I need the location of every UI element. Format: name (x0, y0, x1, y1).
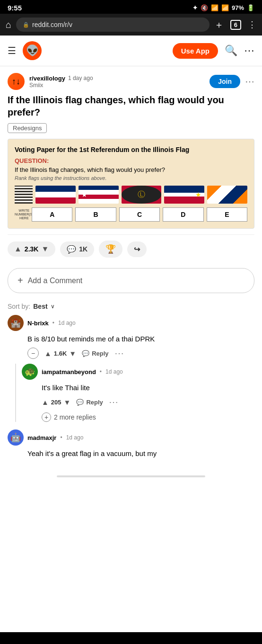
flags-row: Ⓛ (15, 186, 247, 204)
upvote-button[interactable]: ▲ (14, 245, 22, 253)
new-tab-icon[interactable]: ＋ (214, 18, 224, 31)
reddit-snoo-icon: 👽 (26, 45, 39, 57)
avatar-madmaxjr-icon: 🤖 (10, 432, 21, 443)
reply-button-iampatman[interactable]: 💬 Reply (76, 399, 103, 406)
post-actions: ▲ 2.3K ▼ 💬 1K 🏆 ↪ (8, 234, 254, 263)
comment-body-nbrixk: B is 8/10 but reminds me of a thai DPRK (8, 334, 254, 344)
more-replies-button[interactable]: + 2 more replies (22, 412, 254, 422)
browser-bar: ⌂ 🔒 reddit.com/r/v ＋ 6 ⋮ (0, 14, 262, 36)
comments-section: 🏰 N-brixk • 1d ago B is 8/10 but reminds… (0, 315, 262, 458)
share-button[interactable]: ↪ (127, 242, 147, 257)
post-title: If the Illinois flag changes, which flag… (8, 94, 254, 118)
flag-a (35, 186, 76, 204)
add-comment-bar[interactable]: + Add a Comment (8, 268, 254, 293)
avatar-nbrixk-icon: 🏰 (10, 318, 21, 328)
reply-icon-iampatman: 💬 (76, 399, 84, 406)
comment-nbrixk: 🏰 N-brixk • 1d ago B is 8/10 but reminds… (8, 315, 254, 422)
reply-button-nbrixk[interactable]: 💬 Reply (82, 350, 108, 357)
write-here-label: WRITE NUMBER(S) HERE ➤ (15, 209, 29, 220)
comment-madmaxjr: 🤖 madmaxjr • 1d ago Yeah it's a great fl… (8, 429, 254, 458)
letter-box-e: E (207, 207, 247, 222)
vote-group: ▲ 2.3K ▼ (8, 242, 55, 257)
more-replies-plus-icon: + (42, 412, 51, 422)
sort-bar: Sort by: Best ∨ (0, 298, 262, 315)
comment-upvote-nbrixk[interactable]: ▲ (44, 349, 52, 358)
reply-icon-nbrixk: 💬 (82, 350, 89, 357)
letter-box-b: B (75, 207, 116, 222)
sort-label: Sort by: (8, 303, 30, 310)
reddit-header-left: ☰ 👽 (8, 41, 42, 60)
sort-chevron-icon[interactable]: ∨ (51, 303, 55, 310)
collapse-button-nbrixk[interactable]: − (27, 348, 39, 359)
subreddit-name[interactable]: r/vexillology (29, 75, 65, 82)
browser-actions: ＋ 6 ⋮ (214, 18, 256, 31)
join-button[interactable]: Join (210, 75, 240, 88)
status-bar: 9:55 ✦ 🔇 📶 📶 97% 🔋 (0, 0, 262, 14)
sort-value[interactable]: Best (33, 303, 47, 310)
avatar-nbrixk: 🏰 (8, 315, 24, 331)
subreddit-left: ↑↓ r/vexillology 1 day ago Smiix (8, 73, 93, 90)
post-author: Smiix (29, 82, 93, 89)
voting-paper-title: Voting Paper for the 1st Referendum on t… (15, 146, 247, 153)
comment-downvote-nbrixk[interactable]: ▼ (69, 349, 76, 358)
comment-actions-iampatman: ▲ 205 ▼ 💬 Reply ⋯ (22, 396, 254, 408)
comment-icon: 💬 (67, 245, 76, 254)
reddit-app: ☰ 👽 Use App 🔍 ⋯ ↑↓ r/vexillology 1 day a… (0, 36, 262, 632)
lincoln-icon: Ⓛ (122, 186, 162, 204)
reddit-logo[interactable]: 👽 (23, 41, 42, 60)
mute-icon: 🔇 (201, 4, 208, 11)
signal-icon: 📶 (221, 4, 229, 11)
reply-label-nbrixk: Reply (92, 350, 108, 357)
comment-vote-group-iampatman: ▲ 205 ▼ (42, 398, 70, 406)
battery-percent: 97% (232, 4, 244, 11)
award-button[interactable]: 🏆 (99, 241, 122, 258)
comment-author-nbrixk[interactable]: N-brixk (27, 320, 49, 327)
subreddit-right: Join ⋯ (210, 75, 254, 88)
comment-downvote-iampatman[interactable]: ▼ (64, 398, 71, 406)
flag-b (79, 186, 119, 204)
subreddit-avatar-icon: ↑↓ (12, 77, 20, 87)
share-icon: ↪ (134, 245, 140, 254)
voting-rank-text: Rank flags using the instructions above. (15, 175, 247, 181)
browser-menu-icon[interactable]: ⋮ (248, 19, 256, 30)
url-text: reddit.com/r/v (32, 21, 72, 28)
reply-label-iampatman: Reply (86, 399, 103, 406)
comment-count: 1K (79, 245, 87, 253)
comment-header-nbrixk: 🏰 N-brixk • 1d ago (8, 315, 254, 331)
comment-more-iampatman[interactable]: ⋯ (109, 396, 118, 408)
post-area: ↑↓ r/vexillology 1 day ago Smiix Join ⋯ … (0, 66, 262, 263)
use-app-button[interactable]: Use App (173, 43, 218, 59)
more-replies-label: 2 more replies (54, 413, 96, 421)
avatar-iampatman-icon: 🐢 (25, 367, 35, 377)
post-more-icon[interactable]: ⋯ (245, 76, 254, 87)
battery-icon: 🔋 (247, 4, 254, 11)
letter-box-c: C (119, 207, 160, 222)
tab-count[interactable]: 6 (230, 20, 241, 30)
comment-more-nbrixk[interactable]: ⋯ (114, 348, 124, 359)
letter-row: WRITE NUMBER(S) HERE ➤ A B C D E (15, 207, 247, 222)
nested-comment-iampatman: 🐢 iampatmanbeyond • 1d ago It's like Tha… (15, 364, 254, 422)
award-icon: 🏆 (105, 244, 116, 254)
avatar-madmaxjr: 🤖 (8, 429, 24, 446)
comment-body-iampatman: It's like Thai lite (22, 383, 254, 393)
comment-button[interactable]: 💬 1K (60, 242, 94, 257)
wifi-icon: 📶 (211, 4, 218, 11)
subreddit-avatar[interactable]: ↑↓ (8, 73, 25, 90)
post-tag[interactable]: Redesigns (8, 123, 47, 133)
home-icon[interactable]: ⌂ (6, 19, 11, 30)
voting-paper: Voting Paper for the 1st Referendum on t… (8, 139, 254, 229)
add-comment-label: Add a Comment (28, 277, 83, 285)
upvote-count: 2.3K (25, 245, 39, 253)
comment-votes-iampatman: 205 (51, 399, 61, 406)
more-options-icon[interactable]: ⋯ (244, 45, 254, 57)
subreddit-info: ↑↓ r/vexillology 1 day ago Smiix Join ⋯ (8, 73, 254, 90)
comment-upvote-iampatman[interactable]: ▲ (42, 398, 49, 406)
hamburger-menu[interactable]: ☰ (8, 45, 16, 56)
comment-author-madmaxjr[interactable]: madmaxjr (27, 434, 56, 441)
url-bar[interactable]: 🔒 reddit.com/r/v (16, 18, 210, 32)
flag-d (164, 186, 204, 204)
comment-author-iampatman[interactable]: iampatmanbeyond (42, 368, 96, 376)
comment-time-madmaxjr: 1d ago (66, 434, 84, 441)
downvote-button[interactable]: ▼ (41, 245, 49, 253)
search-icon[interactable]: 🔍 (225, 45, 237, 57)
